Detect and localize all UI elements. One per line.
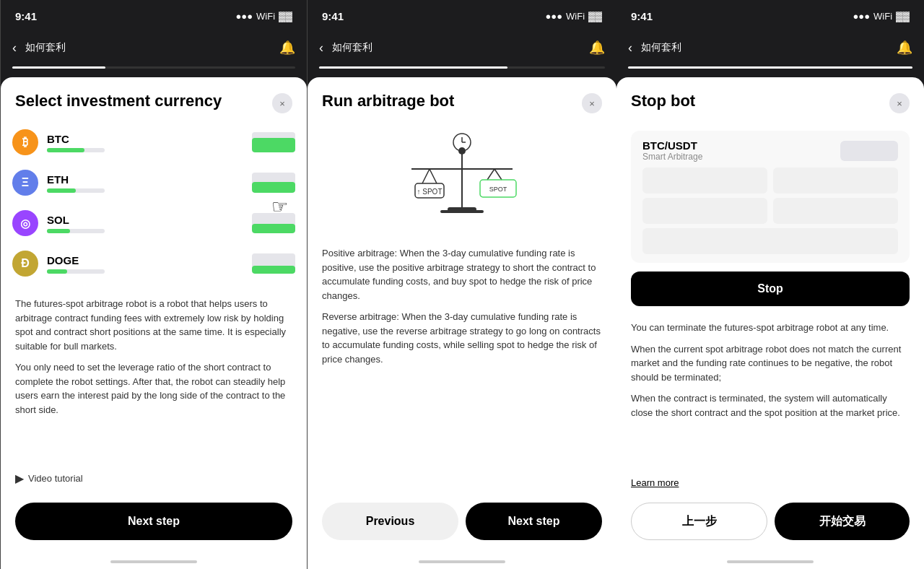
modal-header-1: Select investment currency × — [1, 77, 307, 122]
status-icons-3: ●●● WiFi ▓▓ — [853, 11, 910, 22]
modal-sheet-2: Run arbitrage bot × — [308, 77, 616, 569]
sol-name: SOL — [47, 214, 243, 226]
desc2-p1: Positive arbitrage: When the 3-day cumul… — [322, 246, 602, 303]
bell-icon-1[interactable]: 🔔 — [279, 40, 295, 56]
status-bar-2: 9:41 ●●● WiFi ▓▓ — [308, 0, 616, 32]
btc-name: BTC — [47, 133, 243, 145]
currency-item-btc[interactable]: ₿ BTC — [12, 122, 295, 162]
video-tutorial-link[interactable]: ▶ Video tutorial — [1, 472, 307, 494]
cursor-hand: ☞ — [271, 196, 288, 218]
next-button-2[interactable]: Next step — [466, 503, 602, 540]
bottom-buttons-2: Previous Next step — [308, 494, 616, 555]
status-bar-1: 9:41 ●●● WiFi ▓▓ — [1, 0, 307, 32]
home-indicator-1 — [1, 555, 307, 569]
eth-info: ETH — [47, 173, 243, 193]
modal-title-2: Run arbitrage bot — [322, 92, 582, 110]
status-time-1: 9:41 — [15, 10, 37, 22]
close-icon-2: × — [589, 98, 595, 109]
eth-chart — [252, 173, 295, 193]
close-button-3[interactable]: × — [889, 93, 910, 113]
back-icon-2[interactable]: ‹ — [319, 40, 323, 56]
battery-icon-1: ▓▓ — [279, 11, 292, 22]
eth-icon: Ξ — [12, 170, 38, 196]
desc1-p1: The futures-spot arbitrage robot is a ro… — [15, 297, 292, 353]
stat-row-2 — [642, 198, 898, 224]
stat-box-3 — [642, 198, 767, 224]
learn-more-link[interactable]: Learn more — [616, 477, 924, 488]
currency-list: ₿ BTC Ξ ETH — [1, 122, 307, 288]
home-bar-3 — [727, 560, 814, 563]
btc-icon: ₿ — [12, 129, 38, 155]
home-indicator-2 — [308, 555, 616, 569]
currency-item-eth[interactable]: Ξ ETH — [12, 162, 295, 203]
stop-bot-info: BTC/USDT Smart Arbitrage — [616, 122, 924, 315]
signal-icon-1: ●●● — [235, 11, 253, 22]
signal-icon-2: ●●● — [545, 11, 562, 22]
home-bar-2 — [419, 560, 505, 563]
doge-name: DOGE — [47, 254, 243, 266]
svg-text:↑ SPOT: ↑ SPOT — [417, 188, 442, 196]
sol-icon: ◎ — [12, 210, 38, 236]
eth-bar — [47, 188, 105, 193]
panel-run-arbitrage: 9:41 ●●● WiFi ▓▓ ‹ 如何套利 🔔 Run arbitrage … — [308, 0, 616, 569]
back-icon-1[interactable]: ‹ — [12, 40, 17, 56]
bot-name-area: BTC/USDT Smart Arbitrage — [642, 139, 702, 162]
close-button-2[interactable]: × — [582, 93, 602, 113]
btc-bar — [47, 148, 105, 152]
video-icon: ▶ — [15, 472, 24, 485]
panel-stop-bot: 9:41 ●●● WiFi ▓▓ ‹ 如何套利 🔔 Stop bot × — [616, 0, 924, 569]
prev-button-3[interactable]: 上一步 — [631, 503, 767, 540]
start-trading-button[interactable]: 开始交易 — [775, 503, 910, 540]
arb-svg: SPOT ↑ SPOT — [390, 129, 534, 230]
desc3-p3: When the contract is terminated, the sys… — [631, 391, 910, 420]
status-time-2: 9:41 — [322, 10, 344, 22]
desc3-p1: You can terminate the futures-spot arbit… — [631, 321, 910, 335]
progress-container-2 — [308, 64, 616, 74]
bell-icon-2[interactable]: 🔔 — [589, 40, 605, 56]
status-icons-2: ●●● WiFi ▓▓ — [545, 11, 602, 22]
status-bar-3: 9:41 ●●● WiFi ▓▓ — [616, 0, 924, 32]
svg-line-7 — [487, 169, 494, 180]
desc2-p2: Reverse arbitrage: When the 3-day cumula… — [322, 310, 602, 366]
stop-button[interactable]: Stop — [631, 272, 910, 306]
svg-line-8 — [494, 169, 502, 180]
description-text-3: You can terminate the futures-spot arbit… — [616, 315, 924, 477]
desc1-p2: You only need to set the leverage ratio … — [15, 360, 292, 417]
battery-icon-3: ▓▓ — [896, 11, 910, 22]
home-indicator-3 — [616, 555, 924, 569]
stat-box-full — [642, 228, 898, 254]
nav-title-2: 如何套利 — [332, 41, 372, 54]
sol-bar — [47, 229, 105, 233]
nav-title-3: 如何套利 — [641, 41, 681, 54]
modal-title-3: Stop bot — [631, 92, 889, 110]
wifi-icon-2: WiFi — [566, 11, 585, 22]
close-button-1[interactable]: × — [272, 93, 292, 113]
back-icon-3[interactable]: ‹ — [628, 40, 632, 56]
btc-info: BTC — [47, 133, 243, 152]
nav-bar-2: ‹ 如何套利 🔔 — [308, 32, 616, 64]
bot-type: Smart Arbitrage — [642, 152, 702, 162]
prev-button-2[interactable]: Previous — [322, 503, 458, 540]
doge-info: DOGE — [47, 254, 243, 274]
next-step-button-1[interactable]: Next step — [15, 503, 292, 540]
progress-track-3 — [628, 66, 912, 69]
currency-item-sol[interactable]: ◎ SOL ☞ — [12, 203, 295, 243]
currency-item-doge[interactable]: Ð DOGE — [12, 243, 295, 284]
bottom-buttons-1: Next step — [1, 494, 307, 555]
signal-icon-3: ●●● — [853, 11, 870, 22]
status-icons-1: ●●● WiFi ▓▓ — [235, 11, 292, 22]
home-bar-1 — [110, 560, 197, 563]
svg-text:SPOT: SPOT — [489, 186, 507, 193]
bell-icon-3[interactable]: 🔔 — [897, 40, 912, 56]
bot-value-bar — [840, 141, 898, 161]
progress-track-1 — [12, 66, 295, 69]
bottom-buttons-3: 上一步 开始交易 — [616, 494, 924, 555]
video-link-label: Video tutorial — [28, 473, 83, 484]
arbitrage-illustration: SPOT ↑ SPOT — [308, 122, 616, 238]
stat-box-4 — [773, 198, 898, 224]
desc3-p2: When the current spot arbitrage robot do… — [631, 342, 910, 385]
bot-stats — [642, 168, 898, 254]
status-time-3: 9:41 — [631, 10, 653, 22]
progress-track-2 — [319, 66, 605, 69]
description-text-2: Positive arbitrage: When the 3-day cumul… — [308, 238, 616, 494]
